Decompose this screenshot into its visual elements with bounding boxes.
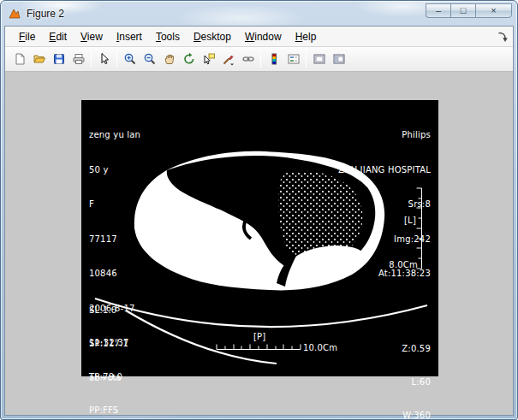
horizontal-scale-label: 10.0Cm — [303, 342, 337, 354]
window-level: L:60 — [402, 376, 431, 387]
print-figure-icon — [72, 52, 86, 66]
patient-id-2: 10846 — [89, 268, 140, 280]
window-controls: – □ × — [426, 3, 512, 18]
patient-sex: F — [89, 198, 140, 210]
rotate-3d-button[interactable] — [179, 50, 199, 69]
vendor-info-block: Philips ZHU JIANG HOSPITAL Srs:8 Img:242… — [338, 106, 431, 303]
data-cursor-button[interactable] — [199, 50, 218, 69]
zoom-out-icon — [143, 52, 157, 66]
menu-bar: File Edit View Insert Tools Desktop Wind… — [5, 27, 513, 47]
patient-name: zeng yu lan — [89, 129, 140, 141]
edit-plot-button[interactable] — [94, 50, 114, 69]
vendor-name: Philips — [338, 129, 431, 141]
series-number: Srs:8 — [338, 198, 431, 210]
toolbar-separator — [116, 50, 117, 68]
image-number: Img:242 — [338, 234, 431, 245]
ct-image: zeng yu lan 50 y F 77117 10846 2006-8-17… — [81, 100, 438, 376]
hospital-name: ZHU JIANG HOSPITAL — [338, 164, 431, 176]
title-bar[interactable]: Figure 2 – □ × — [4, 1, 514, 26]
param-pp: PP:FFS — [89, 405, 173, 416]
pan-icon — [163, 52, 176, 66]
patient-id-1: 77117 — [89, 234, 140, 245]
menu-insert[interactable]: Insert — [110, 28, 149, 45]
figure-window: Figure 2 – □ × File Edit View Insert Too… — [0, 0, 518, 420]
menu-view[interactable]: View — [74, 28, 110, 45]
open-file-icon — [33, 52, 46, 66]
toolbar-separator — [260, 50, 261, 68]
dock-figure-icon[interactable] — [497, 31, 509, 43]
menu-help[interactable]: Help — [289, 28, 324, 45]
show-plot-tools-button[interactable] — [329, 50, 348, 69]
zoom-in-icon — [123, 52, 137, 66]
open-file-button[interactable] — [29, 50, 49, 69]
link-plot-icon — [241, 52, 255, 66]
window-client-area: File Edit View Insert Tools Desktop Wind… — [4, 26, 514, 416]
print-figure-button[interactable] — [68, 50, 88, 69]
save-figure-button[interactable] — [49, 50, 68, 69]
brush-button[interactable] — [218, 50, 238, 69]
hide-plot-tools-button[interactable] — [309, 50, 329, 69]
close-button[interactable]: × — [475, 3, 512, 18]
menu-edit[interactable]: Edit — [42, 28, 74, 45]
edit-plot-icon — [98, 52, 111, 66]
data-cursor-icon — [202, 52, 216, 66]
figure-canvas-area: zeng yu lan 50 y F 77117 10846 2006-8-17… — [5, 72, 513, 415]
zoom-out-button[interactable] — [140, 50, 159, 69]
maximize-button[interactable]: □ — [450, 3, 475, 18]
scan-params-block: SL:1.0 SP:117.1 TP:79.0 PP:FFS KVP:120.0… — [89, 282, 173, 420]
toolbar-separator — [91, 50, 92, 68]
minimize-button[interactable]: – — [426, 3, 450, 18]
menu-desktop[interactable]: Desktop — [187, 28, 238, 45]
menu-window[interactable]: Window — [238, 28, 289, 45]
new-figure-button[interactable] — [9, 50, 29, 69]
menu-tools[interactable]: Tools — [149, 28, 187, 45]
orientation-left-label: [L] — [404, 215, 416, 227]
insert-colorbar-button[interactable] — [264, 50, 283, 69]
insert-colorbar-icon — [267, 52, 281, 66]
param-sp: SP:117.1 — [89, 338, 173, 349]
brush-icon — [222, 52, 235, 66]
window-width: W:360 — [402, 410, 431, 420]
rotate-3d-icon — [182, 52, 196, 66]
toolbar-separator — [306, 50, 307, 68]
matlab-icon — [8, 7, 21, 21]
save-figure-icon — [52, 52, 66, 66]
hide-plot-tools-icon — [313, 52, 326, 66]
param-tp: TP:79.0 — [89, 371, 173, 382]
window-title: Figure 2 — [27, 8, 64, 20]
menu-file[interactable]: File — [12, 28, 42, 45]
param-sl: SL:1.0 — [89, 305, 173, 316]
vertical-scale-label: 8.0Cm — [389, 259, 418, 271]
orientation-posterior-label: [P] — [253, 331, 265, 343]
patient-age: 50 y — [89, 164, 140, 176]
toolbar — [5, 47, 513, 72]
brush-dropdown-arrow — [230, 64, 234, 66]
new-figure-icon — [13, 52, 27, 66]
display-params-block: Z:0.59 L:60 W:360 — [402, 321, 431, 420]
insert-legend-button[interactable] — [283, 50, 303, 69]
insert-legend-icon — [287, 52, 301, 66]
show-plot-tools-icon — [332, 52, 346, 66]
zoom-factor: Z:0.59 — [402, 343, 431, 354]
zoom-in-button[interactable] — [120, 50, 140, 69]
link-plot-button[interactable] — [238, 50, 258, 69]
pan-button[interactable] — [159, 50, 179, 69]
